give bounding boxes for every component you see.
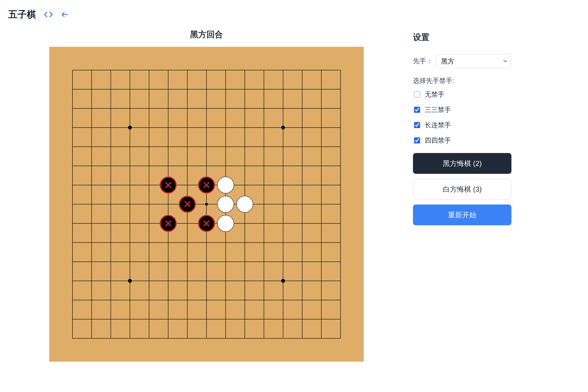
rule-checkbox-row[interactable]: 无禁手: [413, 90, 511, 99]
rule-label: 无禁手: [425, 90, 444, 99]
app-title: 五子棋: [8, 8, 36, 21]
rule-checkbox[interactable]: [414, 91, 420, 97]
black-stone: [160, 177, 177, 194]
board-grid: [66, 63, 347, 345]
undo-black-button[interactable]: 黑方悔棋 (2): [413, 153, 511, 174]
game-board[interactable]: [49, 47, 364, 362]
back-arrow-icon[interactable]: [61, 10, 69, 19]
black-stone: [198, 215, 215, 232]
forbidden-rules-label: 选择先手禁手:: [413, 76, 511, 85]
rule-checkbox[interactable]: [414, 107, 420, 113]
settings-heading: 设置: [413, 32, 511, 43]
rule-label: 三三禁手: [425, 105, 451, 114]
rule-label: 四四禁手: [425, 136, 451, 145]
rule-checkbox-row[interactable]: 四四禁手: [413, 136, 511, 145]
black-stone: [179, 196, 196, 213]
restart-button[interactable]: 重新开始: [413, 204, 511, 225]
black-stone: [160, 215, 177, 232]
first-move-select[interactable]: 黑方白方: [436, 54, 511, 68]
white-stone: [217, 215, 234, 232]
svg-point-32: [281, 126, 285, 129]
rule-checkbox-row[interactable]: 三三禁手: [413, 105, 511, 114]
board-section: 黑方回合: [49, 29, 364, 362]
code-icon[interactable]: [44, 10, 53, 19]
turn-indicator: 黑方回合: [49, 29, 364, 40]
rule-label: 长连禁手: [425, 121, 451, 129]
svg-point-34: [128, 279, 132, 283]
rule-checkbox-row[interactable]: 长连禁手: [413, 121, 511, 129]
topbar: 五子棋: [0, 0, 588, 24]
white-stone: [236, 196, 253, 213]
svg-point-31: [128, 126, 132, 129]
rule-checkbox[interactable]: [414, 137, 420, 143]
black-stone: [198, 177, 215, 194]
settings-panel: 设置 先手： 黑方白方 选择先手禁手: 无禁手三三禁手长连禁手四四禁手 黑方悔棋…: [413, 29, 511, 230]
first-move-label: 先手：: [413, 57, 433, 65]
white-stone: [217, 196, 234, 213]
svg-point-33: [205, 203, 208, 206]
white-stone: [217, 177, 234, 194]
undo-white-button[interactable]: 白方悔棋 (3): [413, 179, 511, 200]
rule-checkbox[interactable]: [414, 122, 420, 128]
svg-point-35: [281, 279, 285, 283]
